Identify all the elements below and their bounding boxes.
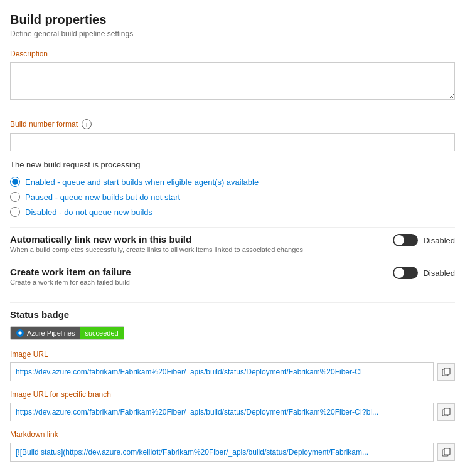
image-url-branch-label: Image URL for specific branch	[10, 390, 455, 399]
badge-preview: Azure Pipelines succeeded	[10, 326, 124, 340]
markdown-link-row	[10, 443, 455, 462]
svg-rect-4	[444, 408, 450, 415]
radio-disabled-input[interactable]	[10, 207, 20, 217]
auto-link-title: Automatically link new work in this buil…	[10, 234, 380, 245]
image-url-branch-row	[10, 403, 455, 421]
svg-rect-2	[444, 368, 450, 374]
create-work-item-toggle-label: Disabled	[423, 268, 455, 278]
copy-icon-3	[442, 448, 451, 457]
auto-link-row: Automatically link new work in this buil…	[10, 227, 455, 260]
markdown-link-label: Markdown link	[10, 430, 455, 439]
build-number-input[interactable]	[10, 133, 455, 151]
radio-disabled[interactable]: Disabled - do not queue new builds	[10, 207, 455, 217]
svg-rect-6	[444, 448, 450, 455]
radio-paused-input[interactable]	[10, 192, 20, 202]
azure-pipelines-icon	[16, 329, 24, 337]
description-input[interactable]	[10, 62, 455, 100]
create-work-item-desc: Create a work item for each failed build	[10, 278, 380, 286]
image-url-branch-input[interactable]	[10, 403, 434, 421]
auto-link-slider	[393, 234, 418, 246]
radio-enabled-input[interactable]	[10, 177, 20, 187]
image-url-label: Image URL	[10, 350, 455, 359]
markdown-link-input[interactable]	[10, 443, 434, 462]
description-section: Description	[10, 50, 455, 110]
page-title: Build properties	[10, 13, 455, 27]
build-number-label-row: Build number format i	[10, 119, 455, 129]
image-url-branch-copy-button[interactable]	[437, 403, 455, 421]
copy-icon	[442, 368, 451, 376]
description-label: Description	[10, 50, 455, 58]
queue-options-group: Enabled - queue and start builds when el…	[10, 177, 455, 217]
image-url-input[interactable]	[10, 362, 434, 381]
processing-text: The new build request is processing	[10, 160, 455, 169]
create-work-item-text: Create work item on failure Create a wor…	[10, 267, 380, 286]
badge-right: succeeded	[80, 327, 123, 339]
status-badge-section: Status badge Azure Pipelines succeeded I…	[10, 302, 455, 462]
auto-link-toggle-group: Disabled	[393, 234, 455, 246]
radio-enabled-label[interactable]: Enabled - queue and start builds when el…	[25, 177, 259, 187]
copy-icon-2	[442, 408, 451, 416]
image-url-row	[10, 362, 455, 381]
radio-enabled[interactable]: Enabled - queue and start builds when el…	[10, 177, 455, 187]
create-work-item-slider	[393, 267, 418, 279]
create-work-item-toggle-group: Disabled	[393, 267, 455, 279]
page-subtitle: Define general build pipeline settings	[10, 29, 455, 38]
info-icon[interactable]: i	[82, 119, 92, 129]
create-work-item-row: Create work item on failure Create a wor…	[10, 260, 455, 292]
auto-link-toggle-label: Disabled	[423, 236, 455, 245]
radio-disabled-label[interactable]: Disabled - do not queue new builds	[25, 208, 152, 217]
radio-paused-label[interactable]: Paused - queue new builds but do not sta…	[25, 193, 180, 202]
build-number-label: Build number format	[10, 120, 78, 129]
auto-link-text: Automatically link new work in this buil…	[10, 234, 380, 253]
create-work-item-toggle[interactable]	[393, 267, 418, 279]
auto-link-desc: When a build completes successfully, cre…	[10, 246, 380, 253]
radio-paused[interactable]: Paused - queue new builds but do not sta…	[10, 192, 455, 202]
auto-link-toggle[interactable]	[393, 234, 418, 246]
create-work-item-title: Create work item on failure	[10, 267, 380, 277]
build-number-section: Build number format i	[10, 119, 455, 160]
badge-left: Azure Pipelines	[11, 327, 80, 339]
image-url-copy-button[interactable]	[437, 363, 455, 381]
markdown-link-copy-button[interactable]	[437, 443, 455, 461]
status-badge-title: Status badge	[10, 302, 455, 320]
badge-left-text: Azure Pipelines	[27, 329, 75, 337]
